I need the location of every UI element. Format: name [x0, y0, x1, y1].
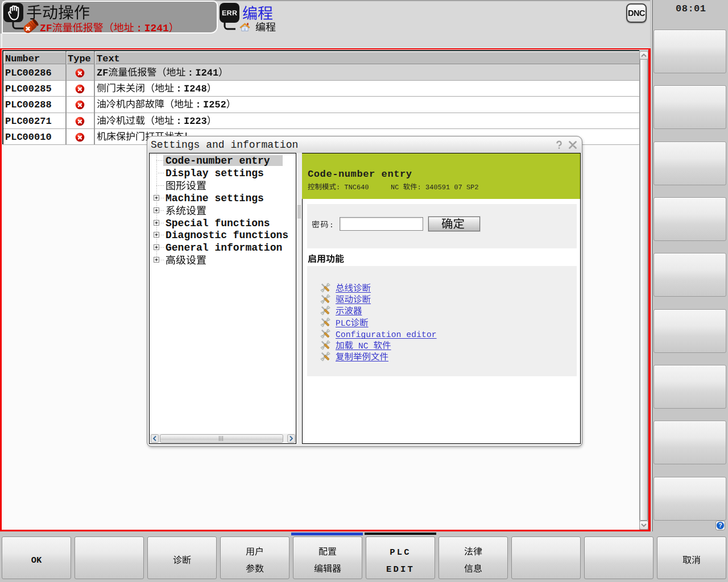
svg-text:?: ? — [718, 522, 722, 529]
